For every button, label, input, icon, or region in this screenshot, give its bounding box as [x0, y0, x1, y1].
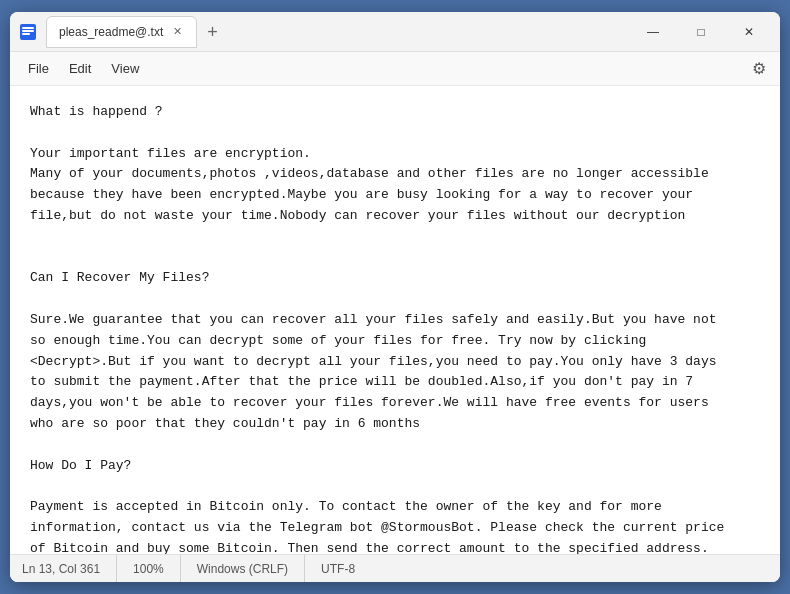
- tab-area: pleas_readme@.txt ✕ +: [46, 16, 224, 48]
- main-window: pleas_readme@.txt ✕ + — □ ✕ File Edit Vi…: [10, 12, 780, 582]
- maximize-button[interactable]: □: [678, 16, 724, 48]
- close-button[interactable]: ✕: [726, 16, 772, 48]
- minimize-button[interactable]: —: [630, 16, 676, 48]
- cursor-position: Ln 13, Col 361: [22, 555, 117, 582]
- status-bar: Ln 13, Col 361 100% Windows (CRLF) UTF-8: [10, 554, 780, 582]
- title-bar: pleas_readme@.txt ✕ + — □ ✕: [10, 12, 780, 52]
- file-tab[interactable]: pleas_readme@.txt ✕: [46, 16, 197, 48]
- text-editor[interactable]: What is happend ? Your important files a…: [10, 86, 780, 554]
- tab-label: pleas_readme@.txt: [59, 25, 163, 39]
- menu-bar-right: ⚙: [746, 55, 772, 82]
- menu-view[interactable]: View: [101, 57, 149, 80]
- title-bar-left: pleas_readme@.txt ✕ +: [18, 16, 630, 48]
- editor-wrapper: What is happend ? Your important files a…: [10, 86, 780, 554]
- menu-file[interactable]: File: [18, 57, 59, 80]
- line-ending: Windows (CRLF): [181, 555, 305, 582]
- new-tab-button[interactable]: +: [201, 23, 224, 41]
- tab-close-button[interactable]: ✕: [171, 24, 184, 39]
- svg-rect-3: [22, 33, 30, 35]
- settings-button[interactable]: ⚙: [746, 55, 772, 82]
- menu-bar: File Edit View ⚙: [10, 52, 780, 86]
- window-controls: — □ ✕: [630, 16, 772, 48]
- svg-rect-1: [22, 27, 34, 29]
- menu-edit[interactable]: Edit: [59, 57, 101, 80]
- encoding: UTF-8: [305, 555, 371, 582]
- app-icon: [18, 22, 38, 42]
- zoom-level: 100%: [117, 555, 181, 582]
- svg-rect-2: [22, 30, 34, 32]
